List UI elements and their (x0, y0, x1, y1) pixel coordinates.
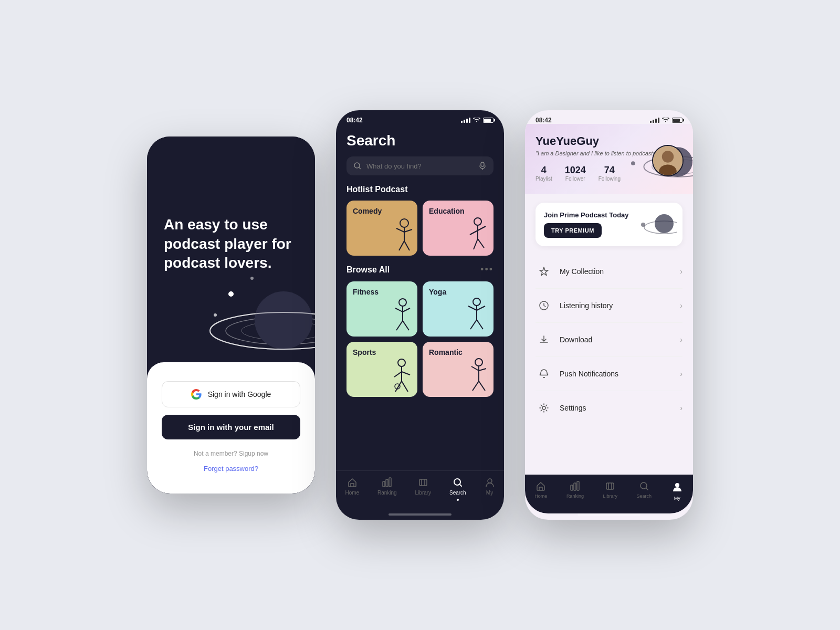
hotlist-section-title: Hotlist Podcast (346, 185, 494, 194)
login-hero: An easy to use podcast player for podcas… (147, 136, 315, 362)
mic-icon (479, 162, 486, 170)
my-collection-label: My Collection (560, 267, 680, 276)
stat-playlist: 4 Playlist (536, 165, 552, 182)
stat-following: 74 Following (598, 165, 621, 182)
fitness-card[interactable]: Fitness (346, 281, 417, 337)
search-content: Search Hotlist Podcast Comedy (336, 124, 504, 470)
notifications-icon (536, 365, 552, 382)
comedy-card[interactable]: Comedy (346, 201, 417, 256)
profile-status-icons (650, 118, 682, 123)
dots-menu[interactable]: ••• (480, 264, 494, 275)
following-count: 74 (598, 165, 621, 176)
svg-rect-48 (386, 479, 388, 487)
menu-listening-history[interactable]: Listening history › (536, 289, 682, 323)
svg-point-16 (474, 218, 481, 225)
menu-download[interactable]: Download › (536, 323, 682, 357)
following-label: Following (598, 176, 621, 182)
nav-my-label: My (486, 490, 493, 496)
nav-my[interactable]: My (485, 477, 495, 501)
svg-rect-49 (389, 478, 391, 487)
svg-point-7 (250, 277, 254, 280)
svg-point-10 (400, 219, 408, 227)
menu-push-notifications[interactable]: Push Notifications › (536, 357, 682, 391)
time-display: 08:42 (346, 117, 363, 124)
svg-point-3 (255, 291, 312, 349)
not-member-text: Not a member? Sigup now (162, 450, 300, 457)
profile-nav-ranking-label: Ranking (566, 494, 584, 499)
svg-line-43 (471, 366, 479, 371)
profile-nav-my[interactable]: My (671, 481, 684, 501)
download-icon (536, 331, 552, 348)
nav-ranking[interactable]: Ranking (377, 477, 397, 501)
svg-line-20 (474, 239, 478, 249)
menu-settings[interactable]: Settings › (536, 391, 682, 425)
forget-password-link[interactable]: Forget password? (162, 465, 300, 472)
svg-rect-65 (571, 485, 573, 490)
profile-nav-search-label: Search (637, 494, 652, 499)
stat-follower: 1024 Follower (565, 165, 586, 182)
email-signin-button[interactable]: Sign in with your email (162, 415, 300, 439)
profile-ranking-icon (570, 481, 580, 491)
push-notifications-label: Push Notifications (560, 370, 680, 378)
profile-nav-search[interactable]: Search (637, 481, 652, 501)
svg-line-44 (479, 369, 486, 371)
avatar-image (653, 146, 682, 175)
sports-label: Sports (353, 348, 376, 356)
google-signin-button[interactable]: Sign in with Google (162, 381, 300, 407)
svg-point-62 (641, 223, 645, 227)
search-bar[interactable] (346, 156, 494, 175)
svg-line-36 (394, 372, 402, 377)
nav-library[interactable]: Library (415, 477, 432, 501)
premium-planet (635, 209, 677, 240)
phones-container: An easy to use podcast player for podcas… (126, 79, 714, 551)
profile-nav-home[interactable]: Home (534, 481, 547, 501)
search-bottom-nav: Home Ranking Library (336, 470, 504, 513)
status-bar-profile: 08:42 (525, 110, 693, 124)
romantic-card[interactable]: Romantic (423, 342, 494, 397)
my-icon (485, 477, 495, 488)
sports-card[interactable]: Sports (346, 342, 417, 397)
svg-point-61 (655, 214, 674, 233)
svg-point-70 (675, 483, 679, 487)
phone-profile: 08:42 (525, 110, 693, 520)
nav-library-label: Library (415, 490, 432, 496)
menu-my-collection[interactable]: My Collection › (536, 255, 682, 289)
svg-line-46 (479, 381, 485, 391)
history-icon (536, 297, 552, 314)
comedy-illustration (381, 214, 417, 256)
nav-home-label: Home (345, 490, 359, 496)
svg-point-34 (398, 359, 405, 366)
yoga-illustration (457, 295, 494, 337)
profile-nav-library[interactable]: Library (603, 481, 617, 501)
browse-section-header: Browse All ••• (346, 264, 494, 275)
fitness-label: Fitness (353, 288, 379, 296)
svg-line-18 (470, 230, 478, 235)
search-icon (354, 162, 361, 170)
svg-point-22 (399, 299, 406, 306)
education-card[interactable]: Education (423, 201, 494, 256)
profile-nav-my-label: My (674, 496, 680, 501)
search-input[interactable] (366, 162, 474, 170)
nav-home[interactable]: Home (345, 477, 359, 501)
login-headline: An easy to use podcast player for podcas… (164, 215, 298, 272)
signal-icon-profile (650, 118, 659, 123)
active-dot (457, 499, 459, 501)
playlist-label: Playlist (536, 176, 552, 182)
profile-library-icon (605, 481, 615, 491)
sports-illustration (381, 355, 417, 397)
svg-rect-47 (383, 481, 385, 487)
premium-text: Join Prime Podcast Today (544, 211, 629, 219)
google-signin-label: Sign in with Google (208, 390, 271, 398)
svg-line-27 (403, 321, 409, 330)
profile-nav-ranking[interactable]: Ranking (566, 481, 584, 501)
try-premium-button[interactable]: TRY PREMIUM (544, 223, 602, 238)
yoga-card[interactable]: Yoga (423, 281, 494, 337)
listening-history-label: Listening history (560, 301, 680, 310)
search-page-title: Search (346, 132, 494, 149)
nav-search[interactable]: Search (449, 477, 466, 501)
svg-line-38 (395, 381, 402, 392)
profile-nav-library-label: Library (603, 494, 617, 499)
status-icons (461, 118, 494, 123)
browse-section-title: Browse All (346, 265, 390, 275)
chevron-settings: › (680, 404, 682, 412)
